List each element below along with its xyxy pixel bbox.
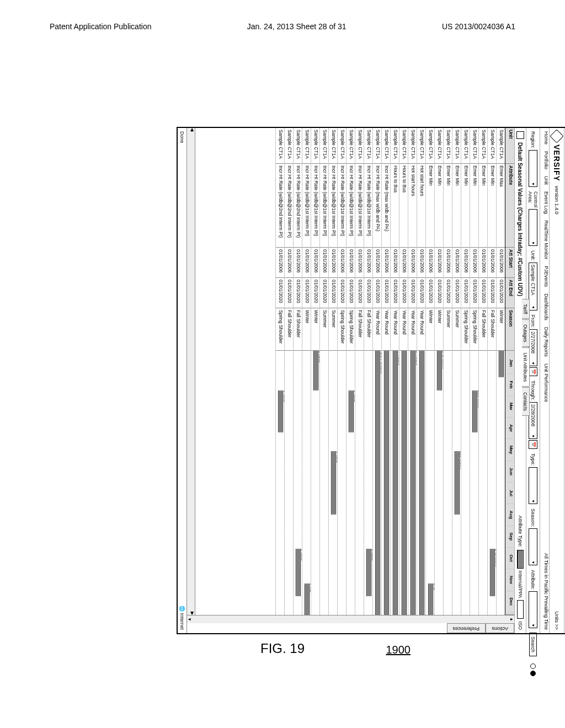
table-row[interactable]: Sample CT1AEmer Min01/01/200601/01/2020W… [425,128,434,615]
cell-unit: Sample CT1A [373,128,381,164]
table-row[interactable]: Sample CT1AIncr Ht Rate (w/db@1st Interm… [364,128,372,615]
gantt-bar[interactable]: 4 Hours [393,351,398,615]
cell-season: Fall Shoulder [364,308,372,351]
cell-season: Winter [302,308,311,351]
table-row[interactable]: Sample CT1AEmer Max01/01/200601/01/2020W… [496,128,505,615]
nav-daily-reports[interactable]: Daily Reports [543,327,549,357]
table-row[interactable]: Sample CT1AEmer Min01/01/200601/01/2020S… [461,128,470,615]
nav-dashboards[interactable]: Dashboards [543,293,549,320]
gantt-cell [338,351,346,615]
tab-tariff[interactable]: Tariff [522,299,530,319]
tab-outages[interactable]: Outages [522,319,530,347]
cell-attribute: Hours to Bus [399,164,408,248]
table-row[interactable]: Sample CT1AEmer Min01/01/200601/01/2020S… [452,128,461,615]
gantt-bar-label: 245 MWh [441,351,443,368]
gantt-bar[interactable]: 0 nbtu [331,451,336,515]
gantt-bar[interactable]: 245 [428,584,433,615]
gantt-bar[interactable]: -3.0 Percent [375,351,380,615]
month-feb: Feb [506,374,514,395]
cell-unit: Sample CT1A [302,128,311,164]
table-row[interactable]: Sample CT1AHours to Bus01/01/200601/01/2… [399,128,408,615]
nav-realtime-monitor[interactable]: RealTime Monitor [543,221,549,260]
gantt-bar[interactable]: 0 nbtu [366,549,371,596]
table-row[interactable]: Sample CT1AIncr Ht Rate (w/db@1st Interm… [328,128,337,615]
cell-season: Year Round [408,308,417,351]
gantt-bar[interactable]: 0 nbtu [313,351,318,390]
col-unit[interactable]: Unit [505,128,514,164]
from-calendar-icon[interactable]: 📅 [529,367,537,376]
col-attribute[interactable]: Attribute [505,164,514,248]
table-row[interactable]: Sample CT1AHot start hours01/01/200601/0… [417,128,425,615]
table-row[interactable]: Sample CT1AIncr Ht Rate (w/db@1st Interm… [319,128,328,615]
cell-unit: Sample CT1A [347,128,355,164]
col-att-end[interactable]: Att End [505,278,514,308]
table-row[interactable]: Sample CT1AHot start hours01/01/200601/0… [408,128,417,615]
nav-unit-performance[interactable]: Unit Performance [543,363,549,402]
cell-season: Spring Shoulder [347,308,355,351]
gantt-bar[interactable] [419,351,424,615]
attribute-dropdown[interactable] [529,591,537,628]
table-row[interactable]: Sample CT1AEmer Min01/01/200601/01/2020S… [470,128,478,615]
table-row[interactable]: Sample CT1AEmer Min01/01/200601/01/2020F… [487,128,496,615]
gantt-bar[interactable]: 248 MWh [490,549,495,596]
season-dropdown[interactable] [529,528,537,565]
gantt-bar[interactable]: 245 MWh [437,351,442,390]
cell-start: 01/01/2006 [391,248,399,278]
cell-season: Summer [452,308,461,351]
from-date-input[interactable]: 2/27/2008 [529,329,537,366]
table-row[interactable]: Sample CT1AIncr Ht Rate (max w/db and PA… [372,128,381,615]
type-dropdown[interactable] [529,467,537,504]
horizontal-scrollbar[interactable] [187,128,195,615]
grid-icon[interactable] [516,131,524,139]
table-row[interactable]: Sample CT1AEmer Min01/01/200601/01/2020F… [478,128,487,615]
side-tab-actions[interactable]: Actions [486,623,514,633]
side-tab-preferences[interactable]: Preferences [447,623,486,633]
table-row[interactable]: Sample CT1AIncr Ht Rate (w/db@1st Interm… [346,128,355,615]
gantt-bar[interactable]: 0 nbtu [349,390,354,433]
units-link[interactable]: Units >> [554,611,559,630]
nav-pjevents[interactable]: PJEvents [543,266,549,287]
table-row[interactable]: Sample CT1AIncr Ht Rate (w/db@2nd Interm… [275,128,284,615]
through-calendar-icon[interactable]: 📅 [529,440,537,449]
table-row[interactable]: Sample CT1AIncr Ht Rate (max w/db and PA… [381,128,390,615]
nav-event-log[interactable]: Event Log [543,191,549,214]
gantt-bar[interactable]: 220 MWh [455,451,460,515]
nav-home[interactable]: Home [543,131,549,144]
gantt-bar[interactable]: 0 nbtu [296,549,301,596]
gantt-bar[interactable]: 0 nbtu [278,390,283,433]
cell-unit: Sample CT1A [320,128,328,164]
through-date-input[interactable]: 2/28/2008 [529,402,537,439]
gantt-bar[interactable]: 0 mb [305,584,310,615]
tab-unit-attributes[interactable]: Unit Attributes [522,347,530,387]
region-dropdown[interactable] [529,150,537,187]
table-row[interactable]: Sample CT1AIncr Ht Rate (w/db@1st Interm… [337,128,346,615]
type-label: Type: [530,453,536,465]
control-area-dropdown[interactable] [529,209,537,246]
status-done: Done [179,131,185,143]
gantt-bar[interactable]: 228 MWh [472,390,477,433]
unit-dropdown[interactable]: Sample CT1A [529,263,537,311]
gantt-bar[interactable] [402,351,407,615]
vertical-scrollbar[interactable] [187,615,514,623]
table-row[interactable]: Sample CT1AIncr Ht Rate (w/db@2nd Interm… [284,128,293,615]
nav-unit[interactable]: Unit [543,176,549,185]
table-row[interactable]: Sample CT1AEmer Min01/01/200601/01/2020W… [434,128,443,615]
col-att-start[interactable]: Att Start [505,248,514,278]
table-row[interactable]: Sample CT1AEmer Min01/01/200601/01/2020S… [443,128,452,615]
table-row[interactable]: Sample CT1AHours to Bus01/01/200601/01/2… [390,128,399,615]
cell-end: 01/01/2020 [355,278,364,308]
gantt-bar[interactable] [499,351,504,377]
nav-portfolio[interactable]: Portfolio [543,151,549,169]
gantt-cell [417,351,425,615]
through-label: Through: [530,381,536,400]
cell-end: 01/01/2020 [347,278,355,308]
table-row[interactable]: Sample CT1AIncr Ht Rate (w/db@1st Interm… [355,128,364,615]
col-season[interactable]: Season [505,308,514,351]
table-row[interactable]: Sample CT1AIncr Ht Rate (w/db@1st Interm… [302,128,311,615]
tab-contacts[interactable]: Contacts [522,387,530,416]
gantt-bar[interactable] [384,351,389,615]
gantt-bar[interactable]: 2 Hours [411,351,415,615]
cell-attribute: Emer Max [497,164,505,248]
table-row[interactable]: Sample CT1AIncr Ht Rate (w/db@2nd Interm… [293,128,302,615]
table-row[interactable]: Sample CT1AIncr Ht Rate (w/db@1st Interm… [311,128,319,615]
